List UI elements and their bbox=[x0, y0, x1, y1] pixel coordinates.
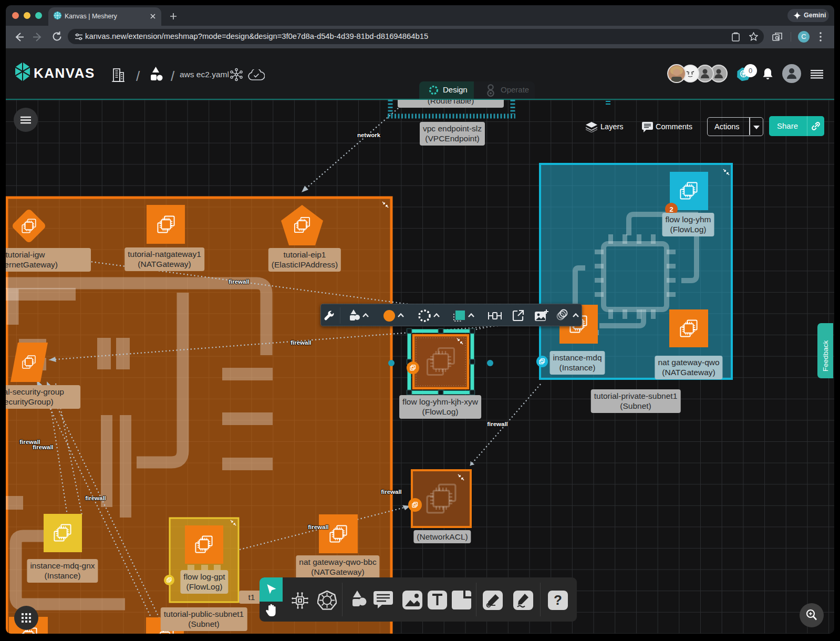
svg-text:2: 2 bbox=[669, 205, 673, 213]
svg-text:?: ? bbox=[554, 592, 562, 608]
